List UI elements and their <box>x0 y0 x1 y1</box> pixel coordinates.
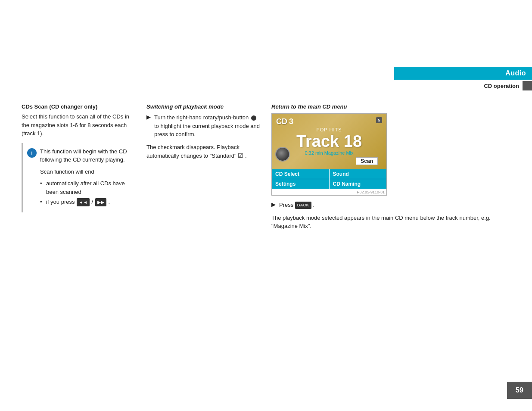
time-mode: Magazine Mix <box>324 150 354 156</box>
right-arrow1: ▶ Press BACK . <box>271 201 510 209</box>
menu-sound: Sound <box>330 169 387 179</box>
right-arrow-icon: ▶ <box>271 201 276 209</box>
time-value: 0:32 min <box>305 150 323 156</box>
info-box: i This function will begin with the CD f… <box>22 143 134 213</box>
cd-dot: 5 <box>376 117 382 123</box>
cd-art <box>275 147 290 162</box>
checkmark-symbol: ☑ <box>238 152 243 159</box>
part-number: P82.85-9110-31 <box>272 189 386 195</box>
scan-label: Scan <box>356 157 378 165</box>
scan-area: Scan <box>276 157 382 167</box>
middle-arrow-text2: to highlight the current playback mode a… <box>154 123 260 138</box>
middle-para1-period: . <box>245 153 247 159</box>
left-subtitle: CDs Scan (CD changer only) <box>22 103 134 110</box>
press-label: Press <box>279 202 295 208</box>
page-number: 59 <box>507 382 532 399</box>
cd-number: 3 <box>289 117 293 126</box>
info-text-container: This function will begin with the CD fol… <box>40 147 129 209</box>
header-cd-operation: CD operation <box>394 80 532 92</box>
middle-para1-text: The checkmark disappears. Playback autom… <box>146 144 240 159</box>
header-audio-label: Audio <box>394 67 532 80</box>
right-para1: The playback mode selected appears in th… <box>271 214 510 230</box>
time-display: 0:32 min Magazine Mix <box>276 150 382 156</box>
info-icon: i <box>27 148 37 158</box>
bullet-list: automatically after all CDs have been sc… <box>40 179 129 206</box>
middle-arrow-icon: ▶ <box>146 114 151 139</box>
left-column: CDs Scan (CD changer only) Select this f… <box>22 103 146 234</box>
rotary-circle-icon <box>251 115 256 121</box>
cd-screen-bottom: CD Select Sound Settings CD Naming P82.8… <box>272 169 386 195</box>
bullet-item-2: if you press ◄◄ / ▶▶ . <box>40 198 129 206</box>
info-text2: Scan function will end <box>40 168 129 176</box>
slash: / <box>92 199 95 205</box>
next-key: ▶▶ <box>95 198 106 206</box>
bullet-item-1: automatically after all CDs have been sc… <box>40 179 129 196</box>
middle-arrow-text1: Turn the right-hand rotary/push-button <box>154 114 250 121</box>
left-para1: Select this function to scan all of the … <box>22 112 134 138</box>
right-section-title: Return to the main CD menu <box>271 103 510 110</box>
middle-para1: The checkmark disappears. Playback autom… <box>146 143 263 161</box>
info-text1: This function will begin with the CD fol… <box>40 147 129 164</box>
middle-arrow1: ▶ Turn the right-hand rotary/push-button… <box>146 113 263 139</box>
back-key: BACK <box>295 202 311 209</box>
menu-settings: Settings <box>272 179 329 189</box>
middle-arrow-text: Turn the right-hand rotary/push-button t… <box>154 113 263 139</box>
menu-cd-select: CD Select <box>272 169 329 179</box>
header-area: Audio CD operation <box>394 67 532 92</box>
prev-key: ◄◄ <box>77 198 90 206</box>
bullet-item-2-text: if you press <box>46 199 76 205</box>
main-content: CDs Scan (CD changer only) Select this f… <box>0 103 532 234</box>
cd-screen-top: CD 3 5 POP HITS Track 18 0:32 min Magazi… <box>272 114 386 169</box>
period: . <box>108 199 110 205</box>
header-cd-operation-box <box>523 81 532 90</box>
menu-cd-naming: CD Naming <box>330 179 387 189</box>
right-column: Return to the main CD menu CD 3 5 POP HI… <box>271 103 510 234</box>
track-label: Track 18 <box>276 133 382 149</box>
cd-label: CD <box>276 117 287 126</box>
right-arrow-text: Press BACK . <box>279 201 314 209</box>
middle-section-title: Switching off playback mode <box>146 103 263 110</box>
header-cd-operation-text: CD operation <box>484 83 523 89</box>
pop-hits: POP HITS <box>276 127 382 132</box>
middle-column: Switching off playback mode ▶ Turn the r… <box>146 103 271 234</box>
press-period: . <box>313 202 314 208</box>
cd-screen: CD 3 5 POP HITS Track 18 0:32 min Magazi… <box>271 113 387 196</box>
